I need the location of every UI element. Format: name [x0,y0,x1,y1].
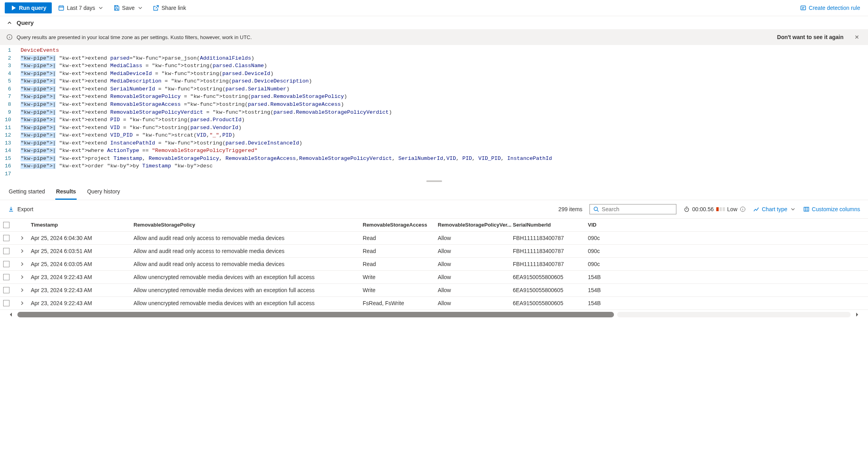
share-link-button[interactable]: Share link [150,3,189,13]
load-meter-icon [716,207,725,211]
chart-type-label: Chart type [762,206,787,212]
horizontal-scrollbar[interactable] [0,310,868,321]
share-icon [153,5,159,11]
cell-serial: FBH1111183400787 [513,235,588,241]
table-row[interactable]: Apr 23, 2024 9:22:43 AMAllow unencrypted… [0,284,868,297]
cell-verdict: Allow [438,261,513,267]
load-label: Low [727,206,738,212]
cell-access: Read [363,261,438,267]
col-vid[interactable]: VID [588,222,635,228]
tab-query-history[interactable]: Query history [86,184,121,200]
cell-policy: Allow unencrypted removable media device… [134,274,363,280]
results-search-input[interactable] [602,206,673,212]
stopwatch-icon [683,206,690,212]
col-policy[interactable]: RemovableStoragePolicy [134,222,363,228]
columns-icon [803,206,810,212]
pane-resize-handle[interactable] [0,180,868,183]
col-verdict[interactable]: RemovableStoragePolicyVer... [438,222,513,228]
expand-row-button[interactable] [19,274,31,280]
banner-dismiss-link[interactable]: Don't want to see it again [777,34,844,40]
svg-point-3 [594,207,598,210]
save-label: Save [122,5,135,11]
scroll-right-icon[interactable] [854,311,860,318]
table-row[interactable]: Apr 23, 2024 9:22:43 AMAllow unencrypted… [0,271,868,284]
scroll-left-icon[interactable] [8,311,14,318]
expand-row-button[interactable] [19,261,31,267]
cell-verdict: Allow [438,248,513,254]
chart-type-dropdown[interactable]: Chart type [753,206,796,212]
customize-columns-label: Customize columns [812,206,860,212]
run-query-button[interactable]: Run query [5,2,52,13]
run-query-label: Run query [19,5,46,11]
share-label: Share link [162,5,186,11]
chevron-down-icon [98,5,104,11]
row-checkbox[interactable] [3,287,9,293]
scrollbar-thumb[interactable] [17,312,614,317]
cell-verdict: Allow [438,287,513,293]
banner-close-button[interactable]: ✕ [852,33,862,41]
top-toolbar: Run query Last 7 days Save Share link Cr… [0,0,868,16]
cell-vid: 090c [588,248,635,254]
cell-timestamp: Apr 23, 2024 9:22:43 AM [31,300,134,306]
chevron-down-icon [137,5,143,11]
cell-serial: 6EA9150055800605 [513,287,588,293]
cell-serial: FBH1111183400787 [513,248,588,254]
svg-rect-6 [804,207,809,211]
table-row[interactable]: Apr 25, 2024 6:04:30 AMAllow and audit r… [0,232,868,245]
results-search-box[interactable] [589,204,676,214]
cell-timestamp: Apr 25, 2024 6:03:51 AM [31,248,134,254]
row-checkbox[interactable] [3,235,9,241]
select-all-checkbox[interactable] [3,222,9,228]
detection-rule-icon [800,5,806,11]
time-range-dropdown[interactable]: Last 7 days [55,3,107,13]
query-editor[interactable]: 1234567891011121314151617 DeviceEvents"k… [0,45,868,180]
row-checkbox[interactable] [3,248,9,254]
cell-timestamp: Apr 23, 2024 9:22:43 AM [31,287,134,293]
query-section-header[interactable]: Query [0,16,868,29]
table-header-row: Timestamp RemovableStoragePolicy Removab… [0,218,868,232]
code-content[interactable]: DeviceEvents"kw-pipe">| "kw-ext">extend … [20,47,868,178]
play-icon [10,5,17,11]
chart-icon [753,206,759,212]
create-detection-rule-button[interactable]: Create detection rule [797,3,863,13]
cell-access: FsRead, FsWrite [363,300,438,306]
cell-policy: Allow unencrypted removable media device… [134,300,363,306]
chevron-down-icon [790,206,796,212]
col-timestamp[interactable]: Timestamp [31,222,134,228]
row-checkbox[interactable] [3,274,9,280]
cell-policy: Allow and audit read only access to remo… [134,261,363,267]
table-row[interactable]: Apr 25, 2024 6:03:05 AMAllow and audit r… [0,258,868,271]
cell-policy: Allow and audit read only access to remo… [134,235,363,241]
cell-timestamp: Apr 25, 2024 6:04:30 AM [31,235,134,241]
customize-columns-button[interactable]: Customize columns [803,206,860,212]
search-icon [593,206,599,212]
table-row[interactable]: Apr 25, 2024 6:03:51 AMAllow and audit r… [0,245,868,258]
col-access[interactable]: RemovableStorageAccess [363,222,438,228]
tab-getting-started[interactable]: Getting started [8,184,46,200]
col-serial[interactable]: SerialNumberId [513,222,588,228]
cell-vid: 090c [588,235,635,241]
cell-vid: 090c [588,261,635,267]
save-dropdown[interactable]: Save [110,3,147,13]
info-icon[interactable] [740,206,746,212]
query-timing: 00:00.56 Low [683,206,746,212]
expand-row-button[interactable] [19,300,31,306]
row-checkbox[interactable] [3,300,9,306]
cell-access: Read [363,248,438,254]
time-range-label: Last 7 days [67,5,95,11]
query-time-value: 00:00.56 [692,206,714,212]
expand-row-button[interactable] [19,248,31,254]
cell-policy: Allow unencrypted removable media device… [134,287,363,293]
expand-row-button[interactable] [19,287,31,293]
scrollbar-track[interactable] [617,312,851,317]
cell-verdict: Allow [438,235,513,241]
table-row[interactable]: Apr 23, 2024 9:22:43 AMAllow unencrypted… [0,297,868,310]
tab-results[interactable]: Results [55,184,77,200]
cell-serial: 6EA9150055800605 [513,300,588,306]
expand-row-button[interactable] [19,235,31,241]
export-button[interactable]: Export [8,206,33,212]
cell-access: Read [363,235,438,241]
cell-timestamp: Apr 23, 2024 9:22:43 AM [31,274,134,280]
row-checkbox[interactable] [3,261,9,267]
cell-policy: Allow and audit read only access to remo… [134,248,363,254]
